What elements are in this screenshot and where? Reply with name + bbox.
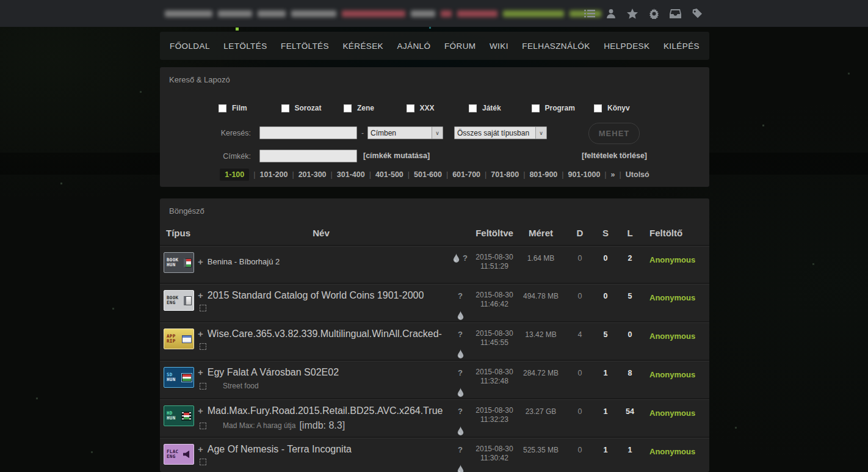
user-icon[interactable] xyxy=(603,5,619,21)
nav-item-keresek[interactable]: KÉRÉSEK xyxy=(342,42,383,51)
nav-item-feltoltes[interactable]: FELTÖLTÉS xyxy=(281,42,329,51)
col-header-size[interactable]: Méret xyxy=(515,228,566,238)
category-checkbox[interactable] xyxy=(407,104,414,112)
tags-icon[interactable] xyxy=(689,5,704,21)
nav-item-kilepes[interactable]: KILÉPÉS xyxy=(664,42,700,51)
info-question-icon[interactable]: ? xyxy=(458,445,463,454)
torrent-title[interactable]: Benina - Bíborhajú 2 xyxy=(208,256,280,267)
book-hun-badge[interactable]: BOOKHUN xyxy=(164,252,194,273)
page-link[interactable]: 101-200 xyxy=(260,170,288,179)
search-field-select[interactable]: Címben ∨ xyxy=(367,126,443,139)
seeders-count: 1 xyxy=(593,446,618,454)
category-label: XXX xyxy=(420,104,435,112)
category-checkbox[interactable] xyxy=(532,104,540,112)
sd-hun-badge[interactable]: SDHUN xyxy=(164,367,194,388)
cover-placeholder-icon[interactable] xyxy=(200,423,206,429)
category-zene: Zene xyxy=(344,104,407,112)
cover-placeholder-icon[interactable] xyxy=(200,343,206,350)
seeders-count: 1 xyxy=(593,407,618,416)
expand-icon[interactable]: + xyxy=(198,330,203,338)
col-header-leechers[interactable]: L xyxy=(618,228,642,238)
col-header-uploader[interactable]: Feltöltő xyxy=(642,228,706,238)
page-link[interactable]: 301-400 xyxy=(337,170,365,179)
info-question-icon[interactable]: ? xyxy=(458,330,463,339)
col-header-uploaded[interactable]: Feltöltve xyxy=(474,228,515,238)
category-checkbox[interactable] xyxy=(281,104,289,112)
search-type-select[interactable]: Összes saját típusban ∨ xyxy=(454,126,547,139)
table-row: SDHUN + Egy Falat A Városban S02E02 Stre… xyxy=(160,361,709,399)
info-question-icon[interactable]: ? xyxy=(458,368,463,377)
page-link[interactable]: 201-300 xyxy=(298,170,327,179)
torrent-title[interactable]: 2015 Standard Catalog of World Coins 190… xyxy=(208,290,424,301)
nav-item-wiki[interactable]: WIKI xyxy=(490,42,508,51)
torrent-title[interactable]: Wise.Care.365.v3.82.339.Multilingual.Win… xyxy=(208,329,442,339)
expand-icon[interactable]: + xyxy=(198,368,203,377)
nav-item-letoltes[interactable]: LETÖLTÉS xyxy=(223,42,267,51)
show-tags-link[interactable]: [címkék mutatása] xyxy=(363,151,430,160)
torrent-list: BOOKHUN + Benina - Bíborhajú 2 ? 2015-0 xyxy=(160,246,709,472)
search-input[interactable] xyxy=(259,126,357,139)
expand-icon[interactable]: + xyxy=(198,445,203,454)
col-header-downloads[interactable]: D xyxy=(566,228,593,238)
expand-icon[interactable]: + xyxy=(198,407,203,415)
category-checkbox[interactable] xyxy=(344,104,352,112)
nav-item-felhasznalok[interactable]: FELHASZNÁLÓK xyxy=(522,42,590,51)
droplet-icon xyxy=(457,426,464,435)
category-label: Zene xyxy=(357,104,374,112)
nav-item-ajanlo[interactable]: AJÁNLÓ xyxy=(397,42,431,51)
hd-hun-badge[interactable]: HDHUN xyxy=(164,405,194,426)
page-separator: | xyxy=(604,170,606,179)
uploader-link[interactable]: Anonymous xyxy=(649,332,695,341)
expand-icon[interactable]: + xyxy=(198,258,203,266)
torrent-subtitle: Street food xyxy=(223,382,259,390)
go-button[interactable]: MEHET xyxy=(588,123,640,144)
dropdown-arrow-icon: ∨ xyxy=(535,127,546,139)
cover-placeholder-icon[interactable] xyxy=(200,459,206,465)
app-rip-badge[interactable]: APPRIP xyxy=(164,329,194,349)
uploader-link[interactable]: Anonymous xyxy=(649,255,695,264)
page-next[interactable]: » xyxy=(611,170,615,179)
messages-inbox-icon[interactable] xyxy=(667,5,683,21)
cover-placeholder-icon[interactable] xyxy=(200,383,206,390)
info-question-icon[interactable]: ? xyxy=(463,253,468,263)
book-eng-badge[interactable]: BOOKENG xyxy=(164,290,194,311)
clear-filters-link[interactable]: [feltételek törlése] xyxy=(582,151,647,160)
category-checkbox[interactable] xyxy=(219,104,226,112)
info-question-icon[interactable]: ? xyxy=(458,291,463,300)
col-header-name[interactable]: Név xyxy=(195,228,447,238)
cover-placeholder-icon[interactable] xyxy=(200,305,206,311)
info-question-icon[interactable]: ? xyxy=(458,407,463,416)
nav-item-fooldal[interactable]: FŐOLDAL xyxy=(170,42,210,51)
page-link[interactable]: 801-900 xyxy=(529,170,557,179)
category-checkbox[interactable] xyxy=(469,104,477,112)
list-icon[interactable] xyxy=(582,5,598,21)
page-separator: | xyxy=(331,170,333,179)
favorites-star-icon[interactable] xyxy=(624,5,640,21)
settings-gear-icon[interactable] xyxy=(646,5,662,21)
uploader-link[interactable]: Anonymous xyxy=(649,370,695,379)
torrent-title[interactable]: Egy Falat A Városban S02E02 xyxy=(208,367,339,378)
col-header-seeders[interactable]: S xyxy=(593,228,618,238)
page-link[interactable]: 501-600 xyxy=(414,170,442,179)
page-last[interactable]: Utolsó xyxy=(626,170,649,179)
page-link[interactable]: 901-1000 xyxy=(568,170,601,179)
expand-icon[interactable]: + xyxy=(198,291,203,300)
downloads-count: 0 xyxy=(566,407,593,416)
col-header-type[interactable]: Típus xyxy=(162,228,195,238)
page-link-active[interactable]: 1-100 xyxy=(220,169,249,181)
uploader-link[interactable]: Anonymous xyxy=(649,408,695,418)
downloads-count: 4 xyxy=(566,330,593,339)
flac-eng-badge[interactable]: FLACENG xyxy=(164,444,194,465)
tags-input[interactable] xyxy=(259,150,357,162)
category-checkbox[interactable] xyxy=(594,104,602,112)
imdb-rating-link[interactable]: [imdb: 8.3] xyxy=(299,420,345,431)
nav-item-helpdesk[interactable]: HELPDESK xyxy=(604,42,649,51)
nav-item-forum[interactable]: FÓRUM xyxy=(444,42,476,51)
page-link[interactable]: 601-700 xyxy=(452,170,480,179)
torrent-title[interactable]: Mad.Max.Fury.Road.2015.Retail.BD25.AVC.x… xyxy=(208,405,443,416)
torrent-title[interactable]: Age Of Nemesis - Terra Incognita xyxy=(208,444,352,455)
uploader-link[interactable]: Anonymous xyxy=(649,447,695,456)
page-link[interactable]: 401-500 xyxy=(375,170,403,179)
page-link[interactable]: 701-800 xyxy=(491,170,519,179)
uploader-link[interactable]: Anonymous xyxy=(649,293,695,302)
